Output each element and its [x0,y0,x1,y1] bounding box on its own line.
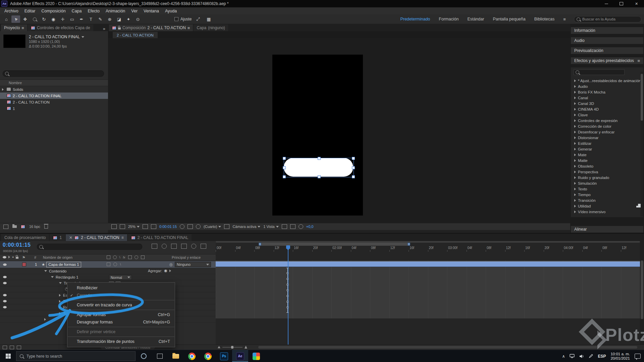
pickwhip-icon[interactable]: ◎ [169,262,173,267]
add-button[interactable]: ◉ [164,268,167,273]
effects-search-input[interactable] [574,69,625,75]
visibility-icon[interactable] [3,282,7,284]
panel-menu-icon[interactable]: ≡ [21,25,24,31]
clock[interactable]: 10:01 a. m. 20/01/2021 [610,352,630,361]
snapshot-icon[interactable] [111,224,117,229]
file-explorer-button[interactable] [168,350,184,362]
work-area-start-handle[interactable] [259,243,261,246]
exposure-value[interactable]: +0,0 [306,225,314,229]
display-tray-icon[interactable] [570,354,575,358]
hide-shy-layers-icon[interactable] [171,244,177,249]
comp-name-row[interactable]: 2 - CALL TO ACTION FINAL [29,35,84,39]
zoom-slider-thumb[interactable] [231,346,233,349]
selection-handle[interactable] [352,175,355,178]
project-item-row[interactable]: 2 - CALL TO ACTION FINAL [0,93,108,99]
disclosure-icon[interactable] [574,193,576,196]
layer-duration-bar[interactable] [216,261,640,267]
context-menu-item[interactable]: Agrupar formas Ctrl+G [67,311,175,318]
selection-handle[interactable] [283,175,286,178]
visibility-icon[interactable] [3,300,7,302]
zoom-out-icon[interactable] [218,346,220,348]
selection-handle[interactable] [283,166,286,169]
puppet-pin-tool[interactable]: ⊙ [133,15,142,23]
timeline-tab[interactable]: ✕ Cola de procesamiento ≡ [1,234,49,241]
work-area-end-handle[interactable] [408,243,410,246]
interpret-footage-icon[interactable] [3,225,8,229]
disclosure-icon[interactable] [574,142,576,145]
context-menu-item[interactable] [68,337,174,337]
context-menu-item[interactable]: Cerrado [67,292,175,299]
disclosure-icon[interactable] [59,306,61,309]
pinwheel-app-button[interactable] [248,350,264,362]
parent-link-column[interactable]: Principal y enlace [172,255,201,259]
tab-effect-controls[interactable]: Controles de efectos Capa de [28,24,93,31]
effects-category-row[interactable]: CINEMA 4D [571,106,643,112]
motion-blur-icon[interactable] [191,244,196,249]
selection-handle[interactable] [318,157,321,160]
view-select[interactable]: 1 Vista [263,225,278,229]
menu-item[interactable]: Ver [128,9,141,13]
effects-category-row[interactable]: Canal 3D [571,101,643,106]
current-time-display[interactable]: 0:00:01:15 [3,242,31,248]
workspace-menu-icon[interactable]: ≡ [563,17,566,22]
channels-icon[interactable] [196,224,201,229]
grid-guides-icon[interactable] [143,224,148,229]
camera-tool[interactable]: ◉ [49,15,58,23]
new-folder-icon[interactable] [12,225,17,228]
workspace-tab[interactable]: Estándar [467,17,484,21]
effects-category-row[interactable]: Mate [571,152,643,158]
workspace-tab[interactable]: Bibliotecas [534,17,554,21]
volume-tray-icon[interactable] [579,354,584,358]
zoom-slider[interactable] [222,347,243,348]
effects-category-row[interactable]: * Ajust...reestablecidos de animación [571,78,643,83]
context-menu-item[interactable]: Desagrupar formas Ctrl+Mayús+G [67,318,175,326]
parent-select[interactable]: Ninguno [175,262,211,267]
layer-row[interactable]: 1 ★ Capa de formas 1 \ ◎ Ninguno [0,261,216,268]
project-item-row[interactable]: 2 - CALL TO ACTION [0,99,108,105]
composition-frame[interactable] [272,55,363,216]
disclosure-icon[interactable] [574,102,576,105]
disclosure-icon[interactable] [574,199,576,202]
camera-select[interactable]: Cámara activa [232,225,260,229]
viewer-current-time[interactable]: 0:00:01:15 [159,225,177,229]
tab-project[interactable]: Proyecto ≡ [1,24,27,31]
effects-category-row[interactable]: Vídeo inmersivo [571,209,643,215]
context-menu-item[interactable]: RotoBézier [67,284,175,292]
menu-item[interactable]: Editar [21,9,39,13]
disclosure-icon[interactable] [44,318,46,321]
disclosure-icon[interactable] [574,131,576,133]
roto-brush-tool[interactable]: ✦ [124,15,133,23]
brush-tool[interactable]: ✎ [96,15,105,23]
layer-quality-icon[interactable]: \ [120,263,121,266]
disclosure-icon[interactable] [574,159,576,162]
menu-item[interactable]: Capa [69,9,85,13]
magnification-select[interactable]: 25% [128,225,140,229]
mask-visibility-icon[interactable] [151,224,156,229]
effects-category-row[interactable]: Desenfocar y enfocar [571,129,643,135]
effects-category-row[interactable]: Perspectiva [571,169,643,175]
disclosure-icon[interactable] [574,165,576,168]
project-search-input[interactable] [3,70,104,77]
context-menu-item[interactable]: Convertir en trazado de curva [67,301,175,309]
workspace-tab[interactable]: Predeterminado [400,17,430,21]
disclosure-icon[interactable] [574,85,576,88]
zoom-tool[interactable] [30,15,39,23]
menu-item[interactable]: Composición [38,9,68,13]
graph-editor-icon[interactable] [201,244,206,249]
effects-category-row[interactable]: Matte [571,158,643,163]
cortana-button[interactable] [136,350,152,362]
menu-item[interactable]: Archivo [1,9,21,13]
work-area-bar[interactable] [259,243,410,246]
disclosure-icon[interactable] [574,136,576,139]
context-menu-item[interactable] [68,300,174,300]
tab-layer[interactable]: Capa (ninguno) [194,24,228,31]
disclosure-icon[interactable] [574,171,576,173]
photoshop-button[interactable]: Ps [216,350,232,362]
timeline-tab[interactable]: ✕ 2 - CALL TO ACTION ≡ [66,234,127,241]
start-button[interactable] [0,350,16,362]
disclosure-icon[interactable] [574,79,576,82]
clone-stamp-tool[interactable]: ⊕ [105,15,114,23]
panel-header[interactable]: Información [571,27,643,34]
composition-viewer[interactable] [108,38,570,223]
layer-switch-icon[interactable] [113,262,117,266]
